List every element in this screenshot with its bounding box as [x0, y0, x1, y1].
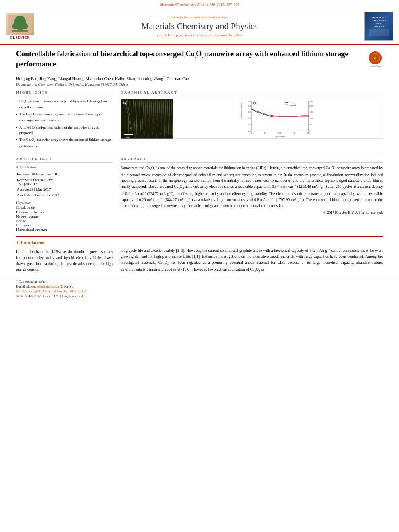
email-line: E-mail address: wjm@zju.edu.cn (J. Wang)… [16, 285, 383, 288]
svg-text:(a): (a) [123, 101, 128, 105]
crossmark-icon[interactable]: ✓ [369, 51, 382, 64]
abstract-text: Nanostructured Co3O4 is one of the promi… [121, 165, 383, 209]
article-title-section: Controllable fabrication of hierarchical… [16, 49, 383, 72]
svg-text:(b): (b) [253, 100, 258, 104]
sciencedirect-line: Contents lists available at ScienceDirec… [40, 15, 359, 19]
doi-link[interactable]: http://dx.doi.org/10.1016/j.matchemphys.… [16, 290, 86, 293]
svg-text:1500: 1500 [309, 111, 313, 113]
ga-sem-image: (a) 2 µm [121, 99, 173, 139]
authors-section: Huiqing Fan, Jing Yang, Liangai Huang, M… [16, 76, 383, 81]
available-row: Available online 2 June 2017 [17, 193, 112, 197]
highlight-item-1: Co3O4 nanowire arrays are prepared by a … [16, 99, 113, 110]
article-footer: * Corresponding author. E-mail address: … [0, 277, 399, 300]
doi-line: http://dx.doi.org/10.1016/j.matchemphys.… [16, 290, 383, 293]
svg-text:0.6: 0.6 [248, 111, 251, 113]
homepage-prefix: journal homepage: [157, 33, 185, 37]
journal-logo-text: MATERIALSCHEMISTRYANDPHYSICS [372, 16, 386, 28]
svg-text:✓: ✓ [374, 56, 377, 60]
svg-text:150: 150 [292, 132, 296, 134]
ga-chart-svg: 0.0 0.2 0.4 0.6 0.8 1.0 0 500 1000 1500 [175, 99, 383, 138]
citation-text: Materials Chemistry and Physics 198 (201… [160, 2, 239, 6]
keyword-3: Nanowire array [16, 214, 113, 218]
svg-text:500: 500 [309, 123, 313, 125]
elsevier-logo-box [6, 13, 34, 35]
intro-left: 1. Introduction Lithium-ion batteries (L… [16, 240, 113, 273]
svg-text:0.4: 0.4 [248, 117, 251, 119]
sciencedirect-prefix: Contents lists available at [171, 15, 208, 19]
keyword-5: Corrosion [16, 223, 113, 227]
footer-copyright: 0254-0584/© 2017 Elsevier B.V. All right… [16, 294, 383, 298]
available-value: Available online 2 June 2017 [17, 193, 112, 197]
svg-text:0.0: 0.0 [248, 130, 251, 132]
keywords-section: Keywords: Cobalt oxide Lithium ion batte… [16, 201, 113, 232]
abstract-header: ABSTRACT [121, 157, 383, 163]
highlights-header: HIGHLIGHTS [16, 90, 113, 96]
svg-text:0.8: 0.8 [248, 105, 251, 107]
journal-logo-right: MATERIALSCHEMISTRYANDPHYSICS [363, 12, 395, 41]
intro-title: 1. Introduction [16, 240, 113, 246]
crossmark-badge[interactable]: ✓ CrossMark [369, 51, 383, 67]
journal-logo-decoration [369, 29, 389, 36]
received-row: Received 19 November 2016 [17, 172, 112, 177]
article-info-header: ARTICLE INFO [16, 157, 113, 163]
revised-value: Received in revised form18 April 2017 [17, 177, 112, 186]
email-label: E-mail address: [16, 285, 36, 288]
homepage-link[interactable]: www.elsevier.com/locate/matchemphys [185, 33, 242, 37]
article-info-section: ARTICLE INFO Article history: Received 1… [16, 157, 113, 232]
highlights-list: Co3O4 nanowire arrays are prepared by a … [16, 99, 113, 149]
journal-header: ELSEVIER Contents lists available at Sci… [0, 8, 399, 45]
svg-text:50: 50 [264, 132, 266, 134]
asterisk-note: * Corresponding author. [16, 280, 47, 283]
journal-title: Materials Chemistry and Physics [40, 21, 359, 31]
svg-rect-72 [285, 104, 288, 105]
abstract-copyright: © 2017 Elsevier B.V. All rights reserved… [121, 210, 383, 214]
keyword-1: Cobalt oxide [16, 205, 113, 210]
svg-text:2500: 2500 [309, 100, 313, 102]
intro-paragraph-left: Lithium-ion batteries (LIBs), as the dom… [16, 249, 113, 273]
citation-bar: Materials Chemistry and Physics 198 (201… [0, 0, 399, 8]
bottom-separator [16, 236, 383, 237]
svg-text:Areal Capacity (mAh cm⁻²): Areal Capacity (mAh cm⁻²) [241, 101, 242, 119]
corresponding-author-note: * Corresponding author. [16, 280, 383, 283]
email-suffix: (J. Wang). [60, 285, 73, 288]
abstract-section: ABSTRACT Nanostructured Co3O4 is one of … [121, 157, 383, 232]
svg-rect-45 [124, 134, 133, 135]
article-title-text: Controllable fabrication of hierarchical… [16, 49, 365, 69]
graphical-abstract-images: (a) 2 µm [121, 99, 383, 139]
graphical-abstract-header: GRAPHICAL ABSTRACT [121, 90, 383, 96]
keywords-title: Keywords: [16, 201, 113, 205]
keywords-list: Cobalt oxide Lithium ion battery Nanowir… [16, 205, 113, 232]
elsevier-text: ELSEVIER [10, 36, 30, 39]
journal-center: Contents lists available at ScienceDirec… [40, 15, 359, 37]
keyword-2: Lithium ion battery [16, 210, 113, 214]
highlight-item-3: A novel formation mechanism of the nanow… [16, 125, 113, 135]
journal-homepage-line: journal homepage: www.elsevier.com/locat… [40, 33, 359, 37]
accepted-row: Accepted 31 May 2017 [17, 187, 112, 192]
svg-text:2 µm: 2 µm [124, 136, 130, 138]
accepted-value: Accepted 31 May 2017 [17, 187, 112, 192]
affiliation: Department of Chemistry, Zhejiang Univer… [16, 82, 383, 86]
svg-point-4 [20, 23, 28, 29]
ga-chart: 0.0 0.2 0.4 0.6 0.8 1.0 0 500 1000 1500 [175, 99, 383, 139]
elsevier-logo: ELSEVIER [4, 13, 36, 39]
highlight-item-4: The Co3O4 nanowire array shows the enhan… [16, 137, 113, 148]
intro-right: long cycle life and excellent safety [1–… [121, 240, 383, 273]
sciencedirect-link-text[interactable]: ScienceDirect [208, 15, 228, 19]
svg-rect-70 [285, 102, 288, 103]
revised-row: Received in revised form18 April 2017 [17, 177, 112, 186]
svg-text:200: 200 [307, 132, 310, 134]
received-value: Received 19 November 2016 [17, 172, 112, 177]
nanowire-texture: (a) 2 µm [121, 99, 173, 138]
svg-text:2000: 2000 [309, 105, 313, 107]
section-divider-1 [16, 154, 383, 154]
highlights-section: HIGHLIGHTS Co3O4 nanowire arrays are pre… [16, 90, 113, 151]
highlight-item-2: The Co3O4 nanowire array manifests a hie… [16, 112, 113, 123]
svg-text:1.0: 1.0 [248, 100, 251, 102]
article-history-label: Article history: [16, 165, 113, 169]
svg-rect-5 [12, 30, 28, 32]
keyword-6: Hierarchical structure [16, 228, 113, 232]
article-content: Controllable fabrication of hierarchical… [0, 45, 399, 277]
email-link[interactable]: wjm@zju.edu.cn [37, 285, 59, 288]
keyword-4: Anode [16, 219, 113, 223]
article-history-table: Received 19 November 2016 Received in re… [16, 171, 113, 198]
